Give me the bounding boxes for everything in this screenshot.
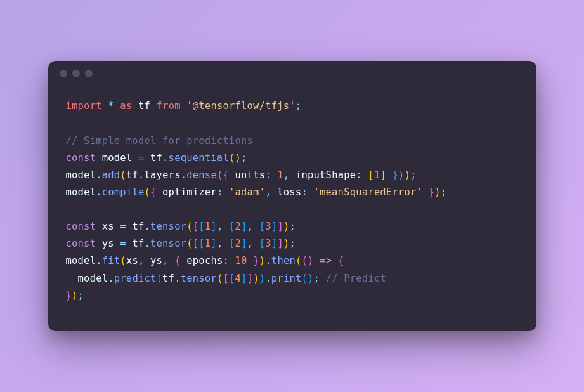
- code-token: ;: [290, 221, 296, 232]
- code-line: });: [66, 287, 519, 304]
- code-token: =: [120, 238, 126, 249]
- code-token: (): [301, 273, 313, 284]
- code-token: sequential: [169, 152, 229, 164]
- code-token: tensor: [150, 221, 186, 232]
- code-line: const model = tf.sequential();: [66, 150, 519, 167]
- code-token: [223, 186, 229, 198]
- code-token: ]: [241, 238, 247, 249]
- code-line: model.compile({ optimizer: 'adam', loss:…: [66, 184, 519, 201]
- code-token: ;: [78, 290, 84, 301]
- code-token: from: [157, 100, 181, 112]
- code-token: .: [265, 273, 271, 284]
- code-token: [: [198, 238, 205, 249]
- code-token: ]: [271, 221, 278, 232]
- code-token: ys: [96, 238, 120, 249]
- code-token: (: [186, 238, 193, 249]
- code-token: ]: [241, 273, 247, 284]
- code-token: layers: [145, 169, 181, 181]
- code-token: ;: [290, 238, 296, 249]
- code-token: xs: [96, 221, 120, 232]
- code-token: 'adam': [229, 186, 265, 198]
- code-token: .: [174, 273, 181, 284]
- editor-window: import * as tf from '@tensorflow/tfjs'; …: [48, 61, 536, 331]
- code-token: [: [229, 238, 235, 249]
- code-line: model.fit(xs, ys, { epochs: 10 }).then((…: [66, 252, 519, 270]
- code-token: model: [66, 186, 96, 198]
- code-token: xs: [126, 255, 138, 266]
- code-token: inputShape: [289, 169, 356, 181]
- code-token: ,: [217, 221, 223, 232]
- code-token: 3: [265, 221, 271, 232]
- code-token: 3: [265, 238, 271, 249]
- code-token: add: [102, 169, 120, 181]
- code-token: }: [393, 169, 399, 181]
- code-token: const: [66, 238, 96, 249]
- code-token: ]: [241, 221, 247, 232]
- code-token: (: [120, 255, 126, 266]
- code-token: ;: [314, 273, 320, 284]
- code-token: ]: [211, 238, 217, 249]
- code-token: }: [253, 255, 259, 266]
- code-token: ;: [441, 186, 447, 198]
- code-token: ,: [265, 186, 271, 198]
- code-token: :: [356, 169, 362, 181]
- code-token: 1: [277, 169, 283, 181]
- code-token: const: [66, 221, 96, 232]
- code-token: tf: [162, 273, 174, 284]
- code-token: 2: [235, 221, 242, 232]
- code-token: (: [295, 255, 302, 266]
- traffic-light-minimize-icon[interactable]: [72, 70, 80, 77]
- code-token: [223, 221, 230, 232]
- code-token: ]: [277, 221, 283, 232]
- code-token: .: [144, 238, 150, 249]
- code-token: (: [186, 221, 193, 232]
- code-line: const xs = tf.tensor([[1], [2], [3]]);: [66, 218, 519, 235]
- code-token: ,: [247, 238, 254, 249]
- code-token: .: [162, 152, 169, 164]
- code-token: epochs: [181, 255, 223, 266]
- code-token: [422, 186, 429, 198]
- code-token: ): [405, 169, 411, 181]
- code-token: ,: [283, 169, 290, 181]
- code-token: 10: [235, 255, 247, 266]
- traffic-light-close-icon[interactable]: [60, 70, 67, 77]
- code-token: [: [223, 273, 229, 284]
- code-token: model: [96, 152, 138, 164]
- code-token: // Simple model for predictions: [66, 135, 254, 147]
- code-token: ,: [138, 255, 145, 266]
- code-token: :: [223, 255, 229, 266]
- code-token: *: [108, 100, 114, 112]
- code-token: :: [217, 186, 223, 198]
- code-token: ): [434, 186, 441, 198]
- code-token: units: [229, 169, 265, 181]
- traffic-light-maximize-icon[interactable]: [85, 70, 93, 77]
- code-token: const: [66, 152, 96, 164]
- code-token: 1: [205, 221, 211, 232]
- code-token: ): [259, 255, 266, 266]
- code-token: [332, 255, 338, 266]
- code-token: (: [144, 186, 150, 198]
- code-token: [: [193, 221, 199, 232]
- code-token: ]: [277, 238, 283, 249]
- code-token: ): [72, 290, 78, 301]
- code-token: .: [265, 255, 271, 266]
- code-token: .: [181, 169, 187, 181]
- code-token: [320, 273, 326, 284]
- code-token: [: [259, 221, 266, 232]
- code-token: [: [368, 169, 374, 181]
- code-token: .: [138, 169, 145, 181]
- code-line: model.predict(tf.tensor([[4]])).print();…: [66, 270, 519, 287]
- code-token: ]: [211, 221, 217, 232]
- code-line: const ys = tf.tensor([[1], [2], [3]]);: [66, 235, 519, 252]
- code-token: ]: [247, 273, 254, 284]
- code-token: tf: [126, 169, 138, 181]
- code-token: {: [150, 186, 157, 198]
- code-token: [253, 221, 259, 232]
- code-token: ): [259, 273, 266, 284]
- code-line: [66, 201, 519, 218]
- code-token: (): [302, 255, 314, 266]
- code-token: [114, 100, 120, 112]
- code-token: 'meanSquaredError': [313, 186, 422, 198]
- code-token: [223, 238, 230, 249]
- code-token: (): [229, 152, 241, 164]
